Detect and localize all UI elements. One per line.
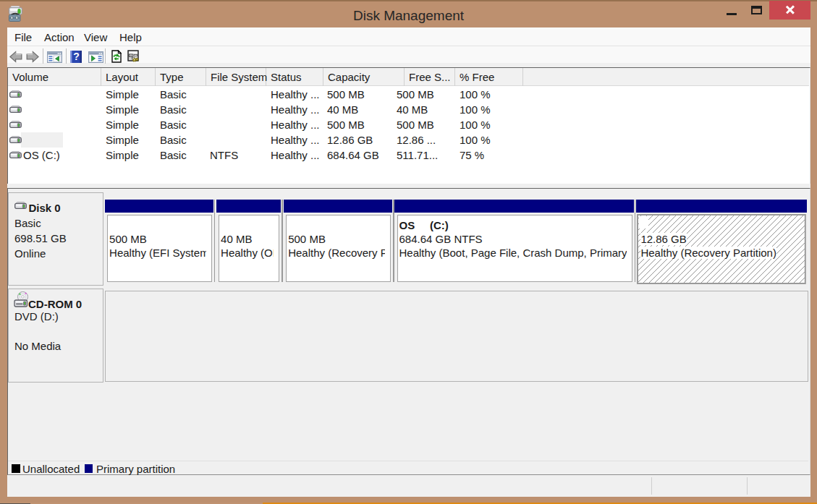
svg-text:?: ?: [73, 51, 80, 62]
